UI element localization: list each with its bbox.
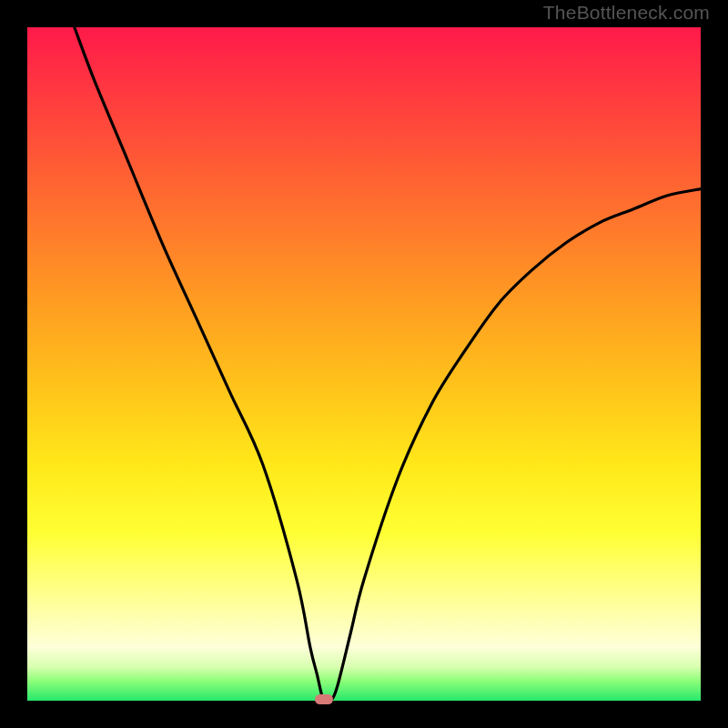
watermark-text: TheBottleneck.com	[543, 2, 710, 24]
optimum-marker	[315, 694, 333, 704]
chart-curve	[27, 27, 701, 701]
chart-area	[27, 27, 701, 701]
